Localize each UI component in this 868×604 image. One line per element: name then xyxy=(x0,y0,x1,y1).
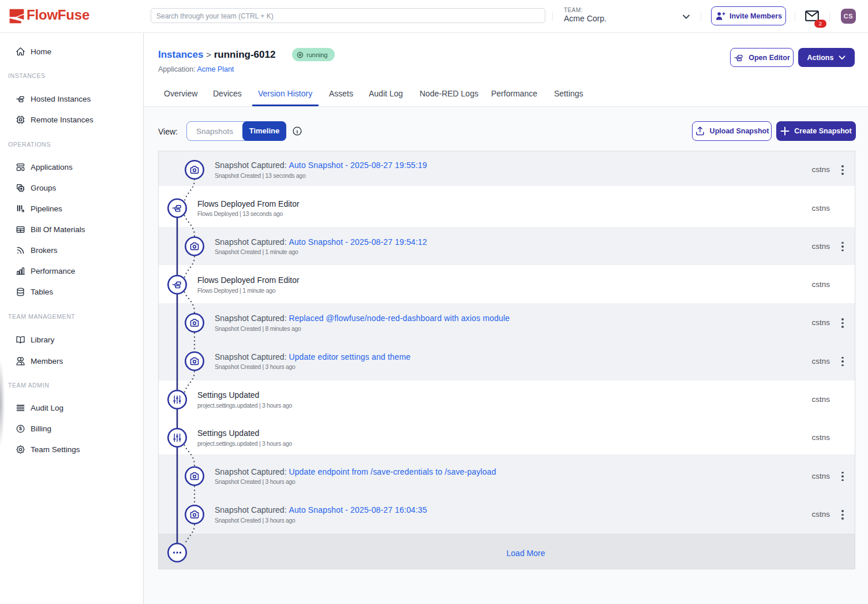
svg-text:$: $ xyxy=(19,426,22,431)
